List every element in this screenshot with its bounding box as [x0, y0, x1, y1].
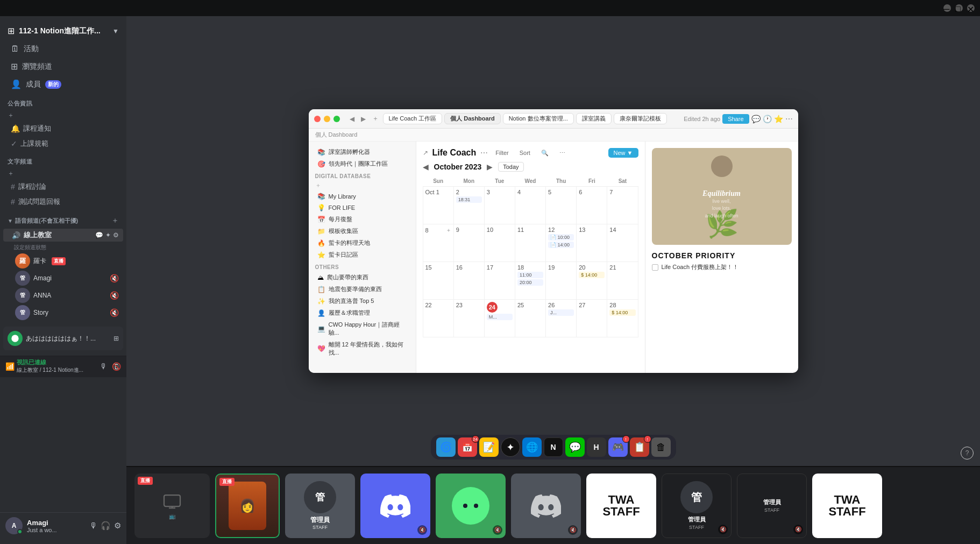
ns-item-for-life[interactable]: 💡 FOR LIFE	[311, 202, 414, 213]
cal-cell-11[interactable]: 11	[515, 224, 545, 262]
maximize-button[interactable]: □	[955, 4, 963, 12]
voice-section-header[interactable]: ▼ 語音頻道(不會互相干擾) ＋	[3, 214, 123, 228]
cal-cell-9[interactable]: 9	[453, 224, 484, 262]
notion-forward-icon[interactable]: ▶	[359, 114, 368, 124]
participant-discord-blue[interactable]: 🔇	[360, 474, 430, 538]
priority-checkbox[interactable]	[652, 264, 658, 271]
cal-cell-22[interactable]: 22	[423, 300, 453, 337]
cal-cell-20[interactable]: 20$ 14:00	[577, 262, 607, 300]
ns-item-lead-era[interactable]: 🎯 領先時代｜團隊工作區	[311, 158, 414, 169]
cal-cell-8[interactable]: 8＋	[423, 224, 453, 262]
participant-mgr3[interactable]: 管理員STAFF 🔇	[737, 474, 807, 538]
sidebar-item-activity[interactable]: 🗓 活動	[3, 41, 123, 57]
cal-cell-13[interactable]: 13	[577, 224, 607, 262]
sidebar-item-browse[interactable]: ⊞ 瀏覽頻道	[3, 58, 123, 75]
notion-dot-yellow[interactable]	[324, 116, 330, 122]
ns-item-buenos[interactable]: ✨ 我的直洛普 Top 5	[311, 295, 414, 307]
ns-item-resume[interactable]: 👤 履歷＆求職管理	[311, 307, 414, 319]
participant-screen-share[interactable]: 📺 直播	[134, 474, 210, 538]
add-voice-icon[interactable]: ✦	[105, 231, 111, 239]
minimize-button[interactable]: ─	[943, 4, 951, 12]
cal-cell-28[interactable]: 28$ 14:00	[607, 300, 638, 337]
ns-item-monthly-review[interactable]: 📅 每月復盤	[311, 214, 414, 225]
workspace-header[interactable]: ⊞ 112-1 Notion進階工作... ▼	[0, 22, 126, 40]
mute-mic-icon[interactable]: 🎙	[100, 362, 108, 371]
dock-notion[interactable]: N	[544, 437, 563, 457]
notion-more-icon[interactable]: ⋯	[785, 115, 793, 123]
participant-discord-grey[interactable]: 🔇	[511, 474, 581, 538]
cal-cell-27[interactable]: 27	[577, 300, 607, 337]
settings-icon[interactable]: ⚙	[113, 231, 119, 239]
ns-item-my-library[interactable]: 📚 My Library	[311, 191, 414, 202]
add-public-channel-button[interactable]: ＋	[0, 110, 126, 121]
cal-cell-17[interactable]: 17	[484, 262, 515, 300]
participant-twa-staff-1[interactable]: TWASTAFF	[586, 474, 656, 538]
cal-cell-26[interactable]: 26J...	[546, 300, 577, 337]
cal-cell-14[interactable]: 14	[607, 224, 638, 262]
cal-cell-7[interactable]: 7	[607, 187, 638, 224]
cal-next-icon[interactable]: ▶	[487, 163, 493, 171]
dock-notes[interactable]: 📝	[479, 437, 499, 457]
dock-line[interactable]: 💬	[565, 437, 585, 457]
close-button[interactable]: ✕	[967, 4, 975, 12]
cal-cell-24[interactable]: 24M...	[484, 300, 515, 337]
dock-discord[interactable]: 🎮 !	[608, 437, 628, 457]
channel-course-rules[interactable]: ✓ 上課規範	[3, 137, 123, 151]
cal-prev-icon[interactable]: ◀	[423, 163, 429, 171]
notion-dot-green[interactable]	[333, 116, 340, 122]
mic-icon[interactable]: 🎙	[89, 521, 97, 531]
cal-cell-oct1[interactable]: Oct 1	[423, 187, 453, 224]
notion-tab-personal-dash[interactable]: 個人 Dashboard	[444, 113, 501, 124]
disconnect-icon[interactable]: 📵	[112, 362, 121, 371]
cal-cell-23[interactable]: 23	[453, 300, 484, 337]
cal-cell-21[interactable]: 21	[607, 262, 638, 300]
ns-item-hiking[interactable]: ⛰ 爬山要帶的東西	[311, 272, 414, 283]
dock-calendar[interactable]: 📅 24	[458, 437, 477, 457]
cal-cell-19[interactable]: 19	[546, 262, 577, 300]
cal-cell-16[interactable]: 16	[453, 262, 484, 300]
ns-item-template[interactable]: 📁 模板收集區	[311, 225, 414, 237]
voice-channel-status[interactable]: 設定頻道狀態	[3, 243, 123, 252]
dock-todo[interactable]: 📋 !	[630, 437, 649, 457]
cal-cell-12[interactable]: 12📄 10:00📄 14:00	[546, 224, 577, 262]
participant-mgr1[interactable]: 管 管理員STAFF	[285, 474, 355, 538]
participant-twa-staff-2[interactable]: TWASTAFF	[812, 474, 882, 538]
more-db-btn[interactable]: ⋯	[556, 149, 569, 158]
chat-icon[interactable]: 💬	[95, 231, 103, 239]
new-entry-button[interactable]: New ▼	[608, 148, 638, 158]
notion-dot-red[interactable]	[314, 116, 321, 122]
db-more-icon[interactable]: ⋯	[480, 149, 488, 157]
cal-cell-15[interactable]: 15	[423, 262, 453, 300]
search-btn[interactable]: 🔍	[538, 149, 552, 158]
notion-comment-icon[interactable]: 💬	[751, 115, 761, 123]
notion-history-icon[interactable]: 🕐	[763, 115, 772, 123]
cal-cell-2[interactable]: 218:31	[453, 187, 484, 224]
cal-cell-10[interactable]: 10	[484, 224, 515, 262]
notion-add-tab-icon[interactable]: ＋	[370, 113, 381, 124]
channel-test-feedback[interactable]: # 測試問題回報	[3, 195, 123, 209]
ns-item-earthquake[interactable]: 📋 地震包要準備的東西	[311, 284, 414, 295]
cal-cell-5[interactable]: 5	[546, 187, 577, 224]
dock-hackmd[interactable]: H	[587, 437, 606, 457]
dock-finder[interactable]: 🌀	[436, 437, 456, 457]
headphone-icon[interactable]: 🎧	[101, 521, 111, 531]
cal-cell-6[interactable]: 6	[577, 187, 607, 224]
cal-cell-4[interactable]: 4	[515, 187, 545, 224]
dock-edge[interactable]: 🌐	[522, 437, 542, 457]
cal-cell-3[interactable]: 3	[484, 187, 515, 224]
ns-item-cwo[interactable]: 💻 CWO Happy Hour｜諮商經驗...	[311, 319, 414, 338]
notion-tab-life-coach[interactable]: Life Coach 工作區	[383, 113, 443, 124]
sort-btn[interactable]: Sort	[516, 149, 534, 157]
notion-star-icon[interactable]: ⭐	[774, 115, 783, 123]
filter-btn[interactable]: Filter	[492, 149, 512, 157]
channel-course-notice[interactable]: 🔔 課程通知	[3, 122, 123, 136]
notion-tab-template[interactable]: 康奈爾筆記模板	[614, 113, 667, 124]
sidebar-item-members[interactable]: 👤 成員 新的	[3, 76, 123, 93]
ns-item-diary[interactable]: ⭐ 蜇卡日記區	[311, 249, 414, 260]
notion-tab-lecture[interactable]: 課室講義	[576, 113, 612, 124]
dock-trash[interactable]: 🗑	[651, 437, 671, 457]
channel-course-discuss[interactable]: # 課程討論	[3, 180, 123, 194]
notification-expand-icon[interactable]: ⊞	[113, 335, 119, 342]
participant-green-char[interactable]: 🔇	[436, 474, 506, 538]
participant-mgr2[interactable]: 管 管理員STAFF 🔇	[662, 474, 732, 538]
